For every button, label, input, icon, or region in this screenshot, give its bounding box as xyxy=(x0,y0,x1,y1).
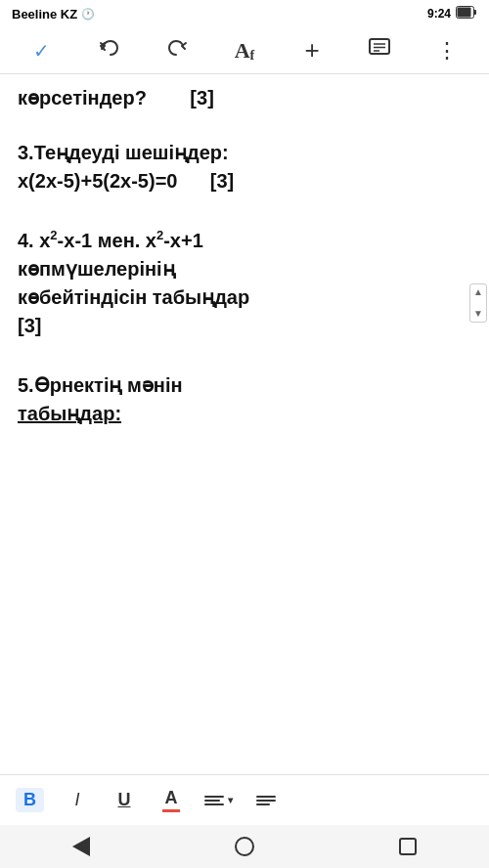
underline-button[interactable]: U xyxy=(111,790,138,810)
q3-label: 3.Теңдеуді шешіңдер: xyxy=(18,142,229,163)
more-icon: ⋮ xyxy=(436,38,459,64)
status-bar: Beeline KZ 🕐 9:24 xyxy=(0,0,489,27)
top-marks: [3] xyxy=(190,87,213,108)
redo-icon xyxy=(165,36,189,65)
add-icon: + xyxy=(305,35,320,65)
list-button[interactable] xyxy=(252,796,280,805)
status-left: Beeline KZ 🕐 xyxy=(12,7,95,22)
text-format-icon: Af xyxy=(235,38,255,64)
document-content: көрсетіндер? [3] 3.Теңдеуді шешіңдер: x(… xyxy=(0,74,489,774)
italic-button[interactable]: I xyxy=(64,790,91,810)
battery-label xyxy=(456,6,477,22)
recents-button[interactable] xyxy=(383,827,432,866)
q3-marks: [3] xyxy=(210,170,234,192)
svg-rect-2 xyxy=(458,8,471,18)
redo-button[interactable] xyxy=(157,31,197,70)
carrier-icon: 🕐 xyxy=(81,8,95,21)
question-3: 3.Теңдеуді шешіңдер: x(2x-5)+5(2x-5)=0 [… xyxy=(18,139,471,195)
nav-bar xyxy=(0,825,489,868)
time-label: 9:24 xyxy=(427,7,451,21)
undo-button[interactable] xyxy=(90,31,129,70)
scroll-indicator[interactable]: ▲ ▼ xyxy=(469,283,487,323)
status-right: 9:24 xyxy=(427,6,477,22)
bold-icon: B xyxy=(23,790,36,810)
recents-icon xyxy=(399,838,417,855)
question-4: 4. x2-x-1 мен. x2-x+1 көпмүшелерінің көб… xyxy=(18,227,471,340)
main-toolbar: ✓ Af + xyxy=(0,27,489,74)
underline-icon: U xyxy=(118,790,131,810)
q4-desc: көпмүшелерінің xyxy=(18,258,175,280)
question-top-partial: көрсетіндер? [3] xyxy=(18,84,471,111)
q5-text: 5.Өрнектің мәнін табыңдар: xyxy=(18,371,471,428)
check-button[interactable]: ✓ xyxy=(22,31,62,70)
undo-icon xyxy=(98,36,121,65)
q4-label: 4. x2-x-1 мен. x2-x+1 xyxy=(18,230,203,251)
scroll-down-arrow: ▼ xyxy=(473,309,483,319)
scroll-up-arrow: ▲ xyxy=(473,287,483,297)
back-button[interactable] xyxy=(57,827,106,866)
italic-icon: I xyxy=(74,790,79,810)
text-format-button[interactable]: Af xyxy=(225,31,264,70)
comment-icon xyxy=(368,36,391,65)
add-button[interactable]: + xyxy=(292,31,332,70)
comment-button[interactable] xyxy=(360,31,399,70)
home-icon xyxy=(235,837,254,856)
q3-text: 3.Теңдеуді шешіңдер: x(2x-5)+5(2x-5)=0 [… xyxy=(18,139,471,195)
list-icon xyxy=(256,796,276,805)
font-color-button[interactable]: A xyxy=(157,788,185,812)
home-button[interactable] xyxy=(220,827,269,866)
check-icon: ✓ xyxy=(33,39,50,63)
q4-desc2: көбейтіндісін табыңдар xyxy=(18,286,249,308)
carrier-label: Beeline KZ xyxy=(12,7,77,22)
q4-marks: [3] xyxy=(18,315,41,336)
top-partial-text: көрсетіндер? [3] xyxy=(18,84,471,111)
question-5: 5.Өрнектің мәнін табыңдар: xyxy=(18,371,471,428)
align-button[interactable]: ▾ xyxy=(204,795,233,805)
more-button[interactable]: ⋮ xyxy=(427,31,467,70)
bold-button[interactable]: B xyxy=(16,788,44,812)
q3-equation: x(2x-5)+5(2x-5)=0 [3] xyxy=(18,170,234,192)
q5-desc: табыңдар: xyxy=(18,403,121,424)
font-color-icon: A xyxy=(162,788,180,812)
back-icon xyxy=(72,837,90,856)
svg-rect-1 xyxy=(474,10,477,15)
format-toolbar: B I U A ▾ xyxy=(0,774,489,825)
q4-text: 4. x2-x-1 мен. x2-x+1 көпмүшелерінің көб… xyxy=(18,227,471,340)
q5-label: 5.Өрнектің мәнін xyxy=(18,374,183,396)
align-icon: ▾ xyxy=(204,795,233,805)
